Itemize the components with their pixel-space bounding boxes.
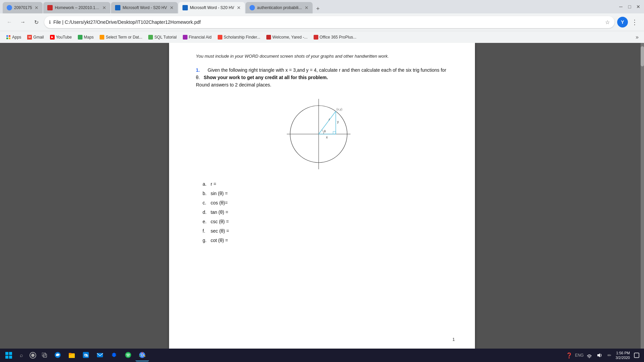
- unit-circle-diagram: r x y θ (x,y): [282, 96, 362, 173]
- cortana-button[interactable]: [27, 349, 39, 361]
- svg-line-7: [319, 111, 336, 134]
- bookmarks-more-button[interactable]: »: [634, 33, 641, 42]
- refresh-button[interactable]: ↻: [31, 17, 42, 27]
- answer-csc: e. csc (θ) =: [203, 217, 448, 226]
- back-button[interactable]: ←: [4, 17, 15, 27]
- bookmark-office365[interactable]: Office 365 ProPlus...: [311, 34, 359, 41]
- clock-date: 3/2/2020: [615, 355, 630, 360]
- info-icon: ℹ: [49, 19, 51, 25]
- maps-favicon-icon: [78, 35, 83, 40]
- answer-e-letter: e.: [203, 217, 209, 226]
- help-icon[interactable]: ❓: [565, 351, 573, 359]
- taskbar-store[interactable]: 🛍: [79, 349, 93, 361]
- profile-button[interactable]: Y: [617, 17, 628, 27]
- bookmark-gmail[interactable]: M Gmail: [24, 34, 46, 41]
- tab-msword-2[interactable]: Microsoft Word - S20 HV ✕: [178, 2, 245, 13]
- tab1-close[interactable]: ✕: [35, 5, 39, 10]
- bookmark-apps[interactable]: Apps: [3, 34, 24, 41]
- network-icon[interactable]: [585, 351, 593, 359]
- office-favicon-icon: [314, 35, 318, 40]
- bookmark-gmail-label: Gmail: [33, 35, 44, 40]
- bookmark-scholarship[interactable]: Scholarship Finder...: [215, 34, 263, 41]
- mail-icon: [96, 351, 104, 359]
- task-view-icon: [42, 353, 48, 358]
- answer-tan: d. tan (θ) =: [203, 207, 448, 217]
- bookmark-select-term[interactable]: Select Term or Dat...: [97, 34, 145, 41]
- bookmark-maps[interactable]: Maps: [75, 34, 96, 41]
- taskbar-spotify[interactable]: [121, 349, 135, 361]
- problem-text-bold: Show your work to get any credit at all …: [204, 75, 328, 80]
- search-button[interactable]: ⌕: [16, 349, 27, 361]
- language-icon[interactable]: ENG: [575, 351, 583, 359]
- tab3-title: Microsoft Word - S20 HV: [122, 5, 167, 10]
- bookmark-sql[interactable]: SQL Tutorial: [146, 34, 179, 41]
- bookmark-star[interactable]: ☆: [605, 19, 610, 25]
- system-clock[interactable]: 1:56 PM 3/2/2020: [615, 351, 630, 360]
- answer-g-letter: g.: [203, 236, 209, 245]
- bookmark-welcome[interactable]: Welcome, Yared -...: [264, 34, 310, 41]
- spotify-icon: [124, 351, 132, 359]
- youtube-favicon-icon: ▶: [50, 35, 55, 40]
- tab-auth[interactable]: authentication probabili... ✕: [246, 2, 312, 13]
- tab3-favicon: [115, 5, 120, 10]
- address-bar: ← → ↻ ℹ File | C:/Users/ykt27/OneDrive/D…: [0, 13, 644, 31]
- taskbar-edge[interactable]: [51, 349, 64, 361]
- start-button[interactable]: [3, 349, 15, 361]
- tab2-close[interactable]: ✕: [102, 5, 106, 10]
- minimize-button[interactable]: ─: [618, 4, 624, 10]
- svg-rect-20: [42, 353, 45, 356]
- wifi-icon: [587, 353, 592, 358]
- bookmark-apps-label: Apps: [12, 35, 21, 40]
- pdf-container[interactable]: You must include in your WORD document s…: [85, 43, 559, 349]
- tab2-title: Homework – 202010.119: [55, 5, 100, 10]
- tab4-close[interactable]: ✕: [237, 5, 241, 10]
- maximize-button[interactable]: □: [627, 4, 633, 10]
- taskbar-dropbox[interactable]: [107, 349, 121, 361]
- bookmark-youtube[interactable]: ▶ YouTube: [47, 34, 74, 41]
- tab-homework[interactable]: Homework – 202010.119 ✕: [43, 2, 110, 13]
- answer-f-label: sec (θ) =: [211, 226, 229, 236]
- notifications-button[interactable]: [632, 351, 641, 360]
- svg-text:(x,y): (x,y): [336, 108, 342, 111]
- tab5-close[interactable]: ✕: [305, 5, 309, 10]
- tab4-favicon: [182, 5, 188, 10]
- answer-b-letter: b.: [203, 189, 209, 198]
- answer-a-label: r =: [211, 179, 216, 189]
- pen-icon[interactable]: ✏: [605, 351, 613, 359]
- svg-rect-18: [5, 356, 8, 359]
- bookmark-office-label: Office 365 ProPlus...: [320, 35, 357, 40]
- answer-d-letter: d.: [203, 207, 209, 217]
- taskbar-file-explorer[interactable]: [65, 349, 78, 361]
- tab-20970175[interactable]: 20970175 ✕: [3, 2, 43, 13]
- bookmark-welcome-label: Welcome, Yared -...: [272, 35, 308, 40]
- taskbar: ⌕: [0, 349, 644, 362]
- svg-text:θ: θ: [324, 130, 326, 133]
- new-tab-button[interactable]: +: [313, 4, 323, 13]
- taskbar-chrome[interactable]: [136, 349, 149, 361]
- svg-rect-37: [634, 353, 639, 358]
- windows-logo-icon: [5, 352, 12, 359]
- svg-rect-1: [9, 35, 10, 37]
- svg-rect-28: [97, 353, 103, 357]
- tab5-favicon: [250, 5, 255, 10]
- taskbar-mail[interactable]: [93, 349, 107, 361]
- tab-msword-1[interactable]: Microsoft Word - S20 HV ✕: [111, 2, 177, 13]
- scrollbar-thumb[interactable]: [641, 46, 644, 66]
- forward-button[interactable]: →: [17, 17, 28, 27]
- address-box[interactable]: ℹ File | C:/Users/ykt27/OneDrive/Desktop…: [44, 16, 614, 28]
- search-icon: ⌕: [20, 352, 23, 358]
- bookmark-financial-aid[interactable]: Financial Aid: [180, 34, 214, 41]
- volume-icon[interactable]: [595, 351, 603, 359]
- title-bar: 20970175 ✕ Homework – 202010.119 ✕ Micro…: [0, 0, 644, 13]
- close-button[interactable]: ✕: [635, 4, 641, 10]
- svg-point-35: [589, 357, 590, 358]
- answer-c-label: cos (θ)=: [211, 198, 228, 207]
- content-area: You must include in your WORD document s…: [0, 43, 644, 349]
- svg-rect-0: [6, 35, 8, 37]
- menu-button[interactable]: ⋮: [629, 17, 640, 27]
- task-view-button[interactable]: [39, 349, 51, 361]
- address-actions: Y ⋮: [617, 17, 640, 27]
- scrollbar-track[interactable]: [641, 43, 644, 349]
- tab3-close[interactable]: ✕: [170, 5, 174, 10]
- sidebar-left: [0, 43, 85, 349]
